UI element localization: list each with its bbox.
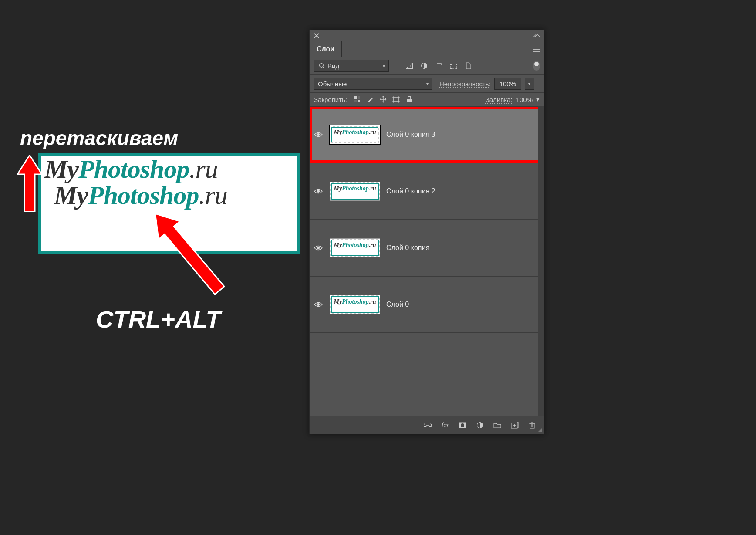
layer-item[interactable]: MyPhotoshop.ru Слой 0 копия 2 [310,163,544,220]
thumbnail-content: MyPhotoshop.ru [331,183,379,200]
layers-list: MyPhotoshop.ru Слой 0 копия 3 MyPhotosho… [310,106,544,416]
svg-marker-0 [17,155,42,212]
layers-panel-footer: fx▾ [310,416,544,434]
fill-label[interactable]: Заливка: [486,96,513,103]
layer-filter-row: Вид ▾ [310,57,544,75]
svg-point-30 [461,423,464,427]
filter-type-icons [405,62,472,70]
fill-value-input[interactable]: 100% [516,96,533,103]
opacity-label[interactable]: Непрозрачность: [439,80,491,88]
new-layer-icon[interactable] [511,421,519,429]
layer-thumbnail[interactable]: MyPhotoshop.ru [330,125,380,144]
opacity-value-input[interactable]: 100% [494,78,521,90]
lock-all-icon[interactable] [405,95,413,103]
layer-name-label[interactable]: Слой 0 копия 2 [386,187,435,195]
layer-item[interactable]: MyPhotoshop.ru Слой 0 копия [310,220,544,276]
filter-adjustment-icon[interactable] [420,62,428,70]
svg-line-6 [323,67,325,69]
svg-rect-3 [533,49,540,50]
layer-thumbnail[interactable]: MyPhotoshop.ru [330,238,380,257]
tab-layers[interactable]: Слои [310,41,342,57]
svg-point-5 [320,64,323,67]
collapse-icon[interactable] [533,32,541,39]
lock-artboard-icon[interactable] [392,95,400,103]
link-layers-icon[interactable] [424,421,432,429]
logo-part-ps: Photoshop [78,155,189,183]
layers-empty-area [310,333,544,416]
layer-item[interactable]: MyPhotoshop.ru Слой 0 [310,276,544,333]
chevron-down-icon: ▾ [426,81,429,86]
lock-transparency-icon[interactable] [353,95,361,103]
annotation-shortcut-label: CTRL+ALT [96,305,221,333]
layer-name-label[interactable]: Слой 0 [386,301,409,308]
chevron-down-icon: ▾ [383,64,385,68]
filter-type-icon[interactable] [435,62,443,70]
svg-marker-1 [145,205,230,299]
svg-point-27 [317,247,320,249]
adjustment-layer-icon[interactable] [476,421,484,429]
svg-rect-13 [450,68,452,69]
search-icon [318,62,326,70]
layer-thumbnail[interactable]: MyPhotoshop.ru [330,295,380,314]
lock-position-icon[interactable] [379,95,387,103]
filter-smartobject-icon[interactable] [465,62,472,70]
svg-rect-19 [394,97,399,102]
layer-thumbnail[interactable]: MyPhotoshop.ru [330,182,380,201]
visibility-toggle-icon[interactable] [313,243,324,253]
layer-mask-icon[interactable] [459,421,466,429]
thumbnail-content: MyPhotoshop.ru [331,296,379,313]
layer-filter-label: Вид [327,62,339,70]
filter-toggle[interactable] [533,61,540,71]
thumbnail-content: MyPhotoshop.ru [331,240,379,256]
lock-pixels-icon[interactable] [366,95,374,103]
svg-rect-18 [358,100,360,102]
annotation-drag-label: перетаскиваем [20,126,300,150]
lock-label: Закрепить: [314,96,347,103]
annotation-arrow-up-icon [17,155,42,213]
filter-shape-icon[interactable] [450,62,458,70]
panel-tab-bar: Слои [310,41,544,57]
blend-opacity-row: Обычные ▾ Непрозрачность: 100% ▾ [310,75,544,93]
svg-rect-24 [407,99,412,102]
resize-grip-icon[interactable] [538,428,542,432]
visibility-toggle-icon[interactable] [313,186,324,196]
annotation-arrow-diagonal-icon [139,205,244,311]
layer-filter-dropdown[interactable]: Вид ▾ [314,60,389,72]
opacity-chevron-icon[interactable]: ▾ [525,78,534,90]
layer-name-label[interactable]: Слой 0 копия 3 [386,131,435,139]
blend-mode-value: Обычные [318,80,347,88]
svg-point-25 [317,133,320,136]
svg-rect-16 [358,96,360,99]
svg-rect-12 [456,64,457,65]
blend-mode-dropdown[interactable]: Обычные ▾ [314,78,432,90]
svg-rect-2 [533,47,540,47]
layer-style-icon[interactable]: fx▾ [441,421,449,429]
visibility-toggle-icon[interactable] [313,129,324,140]
delete-layer-icon[interactable] [528,421,536,429]
filter-pixel-icon[interactable] [405,62,413,70]
logo-part-my: My [54,181,88,210]
layer-name-label[interactable]: Слой 0 копия [386,244,429,252]
svg-rect-10 [451,64,457,68]
svg-point-26 [317,190,320,193]
svg-rect-7 [406,63,413,69]
svg-rect-14 [456,68,457,69]
logo-part-ru: .ru [189,155,217,183]
svg-rect-4 [533,51,540,52]
svg-point-28 [317,303,320,306]
thumbnail-content: MyPhotoshop.ru [331,127,378,142]
lock-fill-row: Закрепить: Заливка: 100% ▾ [310,93,544,106]
svg-point-8 [411,64,412,65]
panel-menu-icon[interactable] [529,41,544,57]
canvas-logo-copy-1: MyPhotoshop.ru [44,154,218,184]
close-icon[interactable] [312,31,321,40]
layers-panel: Слои Вид ▾ Обычные [309,30,544,434]
svg-rect-11 [450,64,452,65]
layer-item[interactable]: MyPhotoshop.ru Слой 0 копия 3 [310,106,544,163]
fill-chevron-icon[interactable]: ▾ [536,95,540,103]
svg-rect-15 [354,96,357,99]
logo-part-my: My [44,155,78,183]
visibility-toggle-icon[interactable] [313,299,324,310]
new-group-icon[interactable] [493,421,501,429]
layers-scrollbar[interactable] [538,106,544,416]
